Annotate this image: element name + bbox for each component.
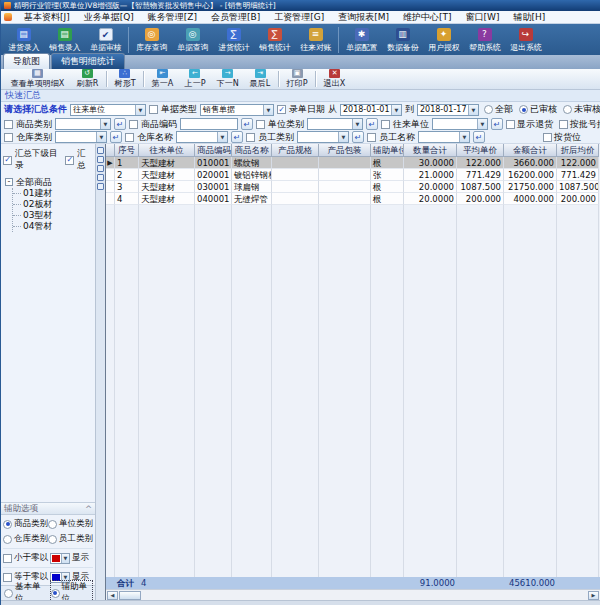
summarize-sub-dirs-checkbox[interactable] — [3, 156, 12, 165]
chevron-down-icon[interactable]: ▼ — [468, 105, 478, 115]
sales-entry-button[interactable]: ▤销售录入 — [44, 28, 85, 54]
lt-zero-color-select[interactable]: ▼ — [50, 553, 70, 564]
filter-row-3-select-4[interactable]: ▼ — [418, 131, 470, 143]
scroll-thumb-segment[interactable] — [97, 147, 104, 154]
filter-row-3-pick-button-4[interactable]: ↵ — [473, 131, 485, 143]
filter-row-2-pick-button-2[interactable]: ↵ — [241, 118, 253, 130]
column-header-1[interactable]: 序号 — [115, 144, 139, 157]
scroll-thumb-segment[interactable] — [97, 174, 104, 181]
table-row-3[interactable]: 3天型建材030001球扁钢根20.00001087.50021750.0001… — [106, 181, 600, 193]
column-header-8[interactable]: 数量合计 — [404, 144, 457, 157]
prev-record-button[interactable]: ←上一P — [179, 69, 211, 90]
column-header-11[interactable]: 折后均价 — [557, 144, 599, 157]
column-header-2[interactable]: 往来单位 — [139, 144, 195, 157]
filter-row-3-checkbox-3[interactable] — [246, 133, 255, 142]
stock-query-button[interactable]: ◎库存查询 — [131, 28, 172, 54]
chevron-down-icon[interactable]: ▼ — [477, 119, 487, 129]
filter-row-3-select-3[interactable]: ▼ — [297, 131, 349, 143]
tree-item-4[interactable]: 04管材 — [13, 221, 95, 232]
horizontal-scrollbar[interactable]: ◀ ▶ — [106, 589, 600, 600]
chevron-down-icon[interactable]: ▼ — [352, 119, 362, 129]
filter-row-2-checkbox-4[interactable] — [381, 120, 390, 129]
radio-icon[interactable] — [3, 535, 12, 544]
radio-icon[interactable] — [519, 105, 528, 114]
checkbox-icon[interactable] — [543, 133, 552, 142]
tree-item-3[interactable]: 03型材 — [13, 210, 95, 221]
scroll-thumb-segment[interactable] — [97, 183, 104, 190]
scroll-thumb-segment[interactable] — [97, 165, 104, 172]
filter-row-2-pick-button-4[interactable]: ↵ — [491, 118, 503, 130]
aux-options-header[interactable]: 辅助选项 ^ — [1, 502, 95, 515]
audit-radio-1[interactable]: 全部 — [484, 103, 513, 116]
extra-check-2[interactable]: 按批号批次 — [559, 118, 600, 131]
doc-type-checkbox[interactable] — [149, 105, 158, 114]
help-system-button[interactable]: ?帮助系统 — [464, 28, 505, 54]
date-from-select[interactable]: 2018-01-01 ▼ — [340, 104, 402, 116]
purchase-entry-button[interactable]: ▤进货录入 — [3, 28, 44, 54]
category-radio-2[interactable]: 单位类别 — [48, 518, 93, 530]
filter-row-3-checkbox-4[interactable] — [367, 133, 376, 142]
chevron-down-icon[interactable]: ▼ — [96, 132, 106, 142]
view-item-detail-button[interactable]: ▦查看单项明细X — [4, 69, 71, 90]
collapse-expander-icon[interactable]: - — [5, 178, 13, 186]
menu-item-2[interactable]: 业务单据[Q] — [77, 11, 141, 24]
filter-row-3-select-2[interactable]: ▼ — [176, 131, 228, 143]
radio-icon[interactable] — [3, 520, 12, 529]
filter-row-2-select-3[interactable]: ▼ — [307, 118, 363, 130]
by-location-check[interactable]: 按货位 — [543, 131, 581, 144]
extra-check-1[interactable]: 显示退货 — [506, 118, 553, 131]
tab-navigation[interactable]: 导航图 — [3, 53, 50, 69]
filter-row-2-checkbox-1[interactable] — [4, 120, 13, 129]
radio-icon[interactable] — [484, 105, 493, 114]
collapse-icon[interactable]: ^ — [85, 504, 92, 514]
menu-item-1[interactable]: 基本资料[J] — [17, 11, 77, 24]
radio-icon[interactable] — [563, 105, 572, 114]
purchase-stats-button[interactable]: ∑进货统计 — [213, 28, 254, 54]
doc-query-button[interactable]: ◎单据查询 — [172, 28, 213, 54]
checkbox-icon[interactable] — [559, 120, 568, 129]
category-radio-1[interactable]: 商品类别 — [3, 518, 48, 530]
audit-radio-3[interactable]: 未审核 — [563, 103, 600, 116]
radio-icon[interactable] — [4, 589, 13, 598]
scroll-right-icon[interactable]: ▶ — [588, 591, 599, 600]
filter-row-3-pick-button-2[interactable]: ↵ — [231, 131, 243, 143]
last-record-button[interactable]: ⇥最后L — [244, 69, 276, 90]
radio-icon[interactable] — [48, 520, 57, 529]
account-check-button[interactable]: ≡往来对账 — [295, 28, 336, 54]
chevron-down-icon[interactable]: ▼ — [217, 132, 227, 142]
date-checkbox[interactable] — [277, 105, 286, 114]
radio-icon[interactable] — [48, 535, 57, 544]
column-header-7[interactable]: 辅助单位 — [371, 144, 404, 157]
column-header-9[interactable]: 平均单价 — [457, 144, 504, 157]
menu-item-9[interactable]: 辅助[H] — [506, 11, 552, 24]
table-row-1[interactable]: ▶1天型建材010001螺纹钢根30.0000122.0003660.00012… — [106, 157, 600, 169]
filter-row-2-input-2[interactable] — [180, 118, 238, 130]
refresh-button[interactable]: ↺刷新R — [71, 69, 104, 90]
checkbox-icon[interactable] — [506, 120, 515, 129]
menu-item-6[interactable]: 查询报表[M] — [331, 11, 396, 24]
chevron-down-icon[interactable]: ▼ — [263, 105, 273, 115]
data-backup-button[interactable]: ▥数据备份 — [382, 28, 423, 54]
tree-root-node[interactable]: - 全部商品 — [5, 176, 95, 188]
print-button[interactable]: ▣打印P — [281, 69, 313, 90]
filter-row-2-checkbox-2[interactable] — [129, 120, 138, 129]
menu-item-7[interactable]: 维护中心[T] — [396, 11, 459, 24]
tree-view-button[interactable]: ∴树形T — [109, 69, 141, 90]
table-row-2[interactable]: 2天型建材020001镀铝锌钢板张21.0000771.42916200.000… — [106, 169, 600, 181]
filter-row-2-select-4[interactable]: ▼ — [432, 118, 488, 130]
scroll-left-icon[interactable]: ◀ — [107, 591, 118, 600]
menu-item-8[interactable]: 窗口[W] — [459, 11, 507, 24]
filter-row-2-checkbox-3[interactable] — [256, 120, 265, 129]
scroll-thumb[interactable] — [119, 591, 141, 600]
doc-config-button[interactable]: ✱单据配置 — [341, 28, 382, 54]
group-by-select[interactable]: 往来单位 ▼ — [70, 104, 146, 116]
vertical-scrollbar[interactable] — [96, 144, 106, 600]
filter-row-2-pick-button-3[interactable]: ↵ — [366, 118, 378, 130]
filter-row-3-pick-button-3[interactable]: ↵ — [352, 131, 364, 143]
tree-item-2[interactable]: 02板材 — [13, 199, 95, 210]
radio-icon[interactable] — [51, 589, 60, 598]
user-auth-button[interactable]: ✦用户授权 — [423, 28, 464, 54]
lt-zero-checkbox[interactable] — [3, 554, 12, 563]
chevron-down-icon[interactable]: ▼ — [391, 105, 401, 115]
menu-item-3[interactable]: 账务管理[Z] — [141, 11, 204, 24]
